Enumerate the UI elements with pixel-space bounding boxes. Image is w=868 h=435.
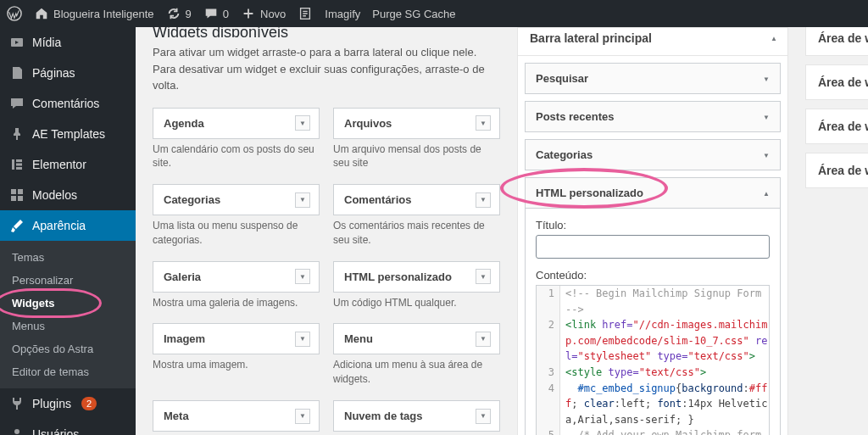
available-widget-desc: Mostra uma imagem. xyxy=(153,358,320,372)
sidebar-item-ae-templates[interactable]: AE Templates xyxy=(0,119,136,149)
widget-collapsed-header[interactable]: Pesquisar xyxy=(525,63,781,94)
available-widgets-title: Widgets disponíveis xyxy=(153,27,500,37)
available-widget[interactable]: Agenda xyxy=(153,108,320,139)
footer-areas-column: Área de widgets do rodaÁrea de widgets d… xyxy=(805,27,868,418)
wp-logo[interactable] xyxy=(7,6,22,21)
comments-link[interactable]: 0 xyxy=(203,6,229,21)
available-widget[interactable]: Nuvem de tags xyxy=(333,400,500,432)
elementor-icon xyxy=(8,156,25,173)
updates-link[interactable]: 9 xyxy=(166,6,192,21)
sidebar-item-users[interactable]: Usuários xyxy=(0,419,136,435)
imagify-link[interactable]: Imagify xyxy=(325,8,360,20)
form-icon xyxy=(298,6,313,21)
svg-rect-4 xyxy=(16,159,22,162)
available-widgets-column: Widgets disponíveis Para ativar um widge… xyxy=(153,27,500,418)
purge-cache-link[interactable]: Purge SG Cache xyxy=(372,8,455,20)
new-link[interactable]: Novo xyxy=(241,6,286,21)
sidebar-item-appearance[interactable]: Aparência xyxy=(0,210,136,241)
line-number: 2 xyxy=(537,317,560,365)
available-widget[interactable]: Arquivos xyxy=(333,108,500,139)
code-line-text: <!-- Begin Mailchimp Signup Form --> xyxy=(560,286,769,317)
available-widget[interactable]: Meta xyxy=(153,400,320,432)
sidebar-item-media[interactable]: Mídia xyxy=(0,27,136,58)
available-widget-header[interactable]: Agenda xyxy=(153,108,320,139)
available-widgets-desc: Para ativar um widget arraste-o para a b… xyxy=(153,44,500,94)
sidebar-item-plugins[interactable]: Plugins2 xyxy=(0,388,136,419)
svg-rect-6 xyxy=(16,167,22,170)
available-widget-header[interactable]: Nuvem de tags xyxy=(333,400,500,432)
available-widget[interactable]: Menu xyxy=(333,323,500,354)
svg-point-11 xyxy=(14,429,19,434)
svg-rect-3 xyxy=(12,159,14,170)
available-widget[interactable]: Categorias xyxy=(153,184,320,215)
widget-collapsed-header[interactable]: Categorias xyxy=(525,139,781,170)
available-widget-header[interactable]: Menu xyxy=(333,323,500,354)
available-widget-header[interactable]: Galeria xyxy=(153,261,320,293)
widget-title-label: Título: xyxy=(536,219,770,231)
line-number: 4 xyxy=(537,381,560,428)
submenu-customize[interactable]: Personalizar xyxy=(0,269,136,292)
available-widget-desc: Os comentários mais recentes de seu site… xyxy=(333,219,500,248)
pin-icon xyxy=(8,125,25,142)
widget-html-custom-header[interactable]: HTML personalizado xyxy=(525,177,781,209)
primary-sidebar-column: Barra lateral principal PesquisarPosts r… xyxy=(517,27,788,418)
line-number: 3 xyxy=(537,365,560,381)
comment-icon xyxy=(8,95,25,112)
wordpress-icon xyxy=(7,6,22,21)
templates-icon xyxy=(8,187,25,204)
page-icon xyxy=(8,64,25,81)
code-line-text: <link href="//cdn-images.mailchimp.com/e… xyxy=(560,317,769,365)
available-widget-desc: Um código HTML qualquer. xyxy=(333,296,500,310)
available-widget-desc: Mostra uma galeria de imagens. xyxy=(153,296,320,310)
sidebar-item-templates[interactable]: Modelos xyxy=(0,180,136,210)
admin-toolbar: Blogueira Inteligente 9 0 Novo Imagify P… xyxy=(0,0,868,27)
submenu-menus[interactable]: Menus xyxy=(0,315,136,337)
footer-area-header[interactable]: Área de widgets do roda xyxy=(806,65,868,99)
svg-rect-9 xyxy=(11,196,16,201)
available-widget-header[interactable]: Arquivos xyxy=(333,108,500,139)
available-widget-desc: Adiciona um menu à sua área de widgets. xyxy=(333,358,500,387)
submenu-theme-editor[interactable]: Editor de temas xyxy=(0,360,136,383)
available-widget-header[interactable]: Imagem xyxy=(153,323,320,354)
available-widget[interactable]: Galeria xyxy=(153,261,320,293)
widget-collapsed-header[interactable]: Posts recentes xyxy=(525,101,781,132)
main-content: Widgets disponíveis Para ativar um widge… xyxy=(136,27,868,435)
brush-icon xyxy=(8,217,25,234)
svg-rect-5 xyxy=(16,164,22,166)
widget-html-custom: HTML personalizado Título: Conteúdo: 1<!… xyxy=(525,177,781,435)
footer-area-header[interactable]: Área de widgets do roda xyxy=(806,27,868,55)
sidebar-item-elementor[interactable]: Elementor xyxy=(0,149,136,180)
available-widget[interactable]: Comentários xyxy=(333,184,500,215)
code-line-text: /* Add your own Mailchimp form style ove… xyxy=(560,427,769,435)
sidebar-submenu: Temas Personalizar Widgets Menus Opções … xyxy=(0,241,136,388)
submenu-themes[interactable]: Temas xyxy=(0,246,136,269)
widget-html-custom-body: Título: Conteúdo: 1<!-- Begin Mailchimp … xyxy=(525,209,781,435)
available-widget-header[interactable]: Categorias xyxy=(153,184,320,215)
code-line-text: <style type="text/css"> xyxy=(560,365,769,381)
svg-rect-10 xyxy=(18,196,23,201)
primary-sidebar-header[interactable]: Barra lateral principal xyxy=(518,27,787,56)
line-number: 5 xyxy=(537,427,560,435)
html-code-editor[interactable]: 1<!-- Begin Mailchimp Signup Form -->2<l… xyxy=(536,285,770,435)
site-name: Blogueira Inteligente xyxy=(53,8,154,20)
sidebar-item-comments[interactable]: Comentários xyxy=(0,88,136,119)
available-widgets-grid: AgendaUm calendário com os posts do seu … xyxy=(153,108,500,436)
available-widget-header[interactable]: Meta xyxy=(153,400,320,432)
available-widget-header[interactable]: Comentários xyxy=(333,184,500,215)
submenu-widgets[interactable]: Widgets xyxy=(0,292,136,315)
widget-title-input[interactable] xyxy=(536,235,770,259)
footer-area-header[interactable]: Área de widgets do roda xyxy=(806,153,868,187)
available-widget[interactable]: HTML personalizado xyxy=(333,261,500,293)
admin-sidebar: Mídia Páginas Comentários AE Templates E… xyxy=(0,27,136,435)
wpforms-link[interactable] xyxy=(298,6,313,21)
available-widget[interactable]: Imagem xyxy=(153,323,320,354)
submenu-astra-options[interactable]: Opções do Astra xyxy=(0,337,136,360)
sidebar-item-pages[interactable]: Páginas xyxy=(0,58,136,88)
footer-area-header[interactable]: Área de widgets do roda xyxy=(806,109,868,143)
site-name-link[interactable]: Blogueira Inteligente xyxy=(34,6,154,21)
available-widget-desc: Uma lista ou menu suspenso de categorias… xyxy=(153,219,320,248)
available-widget-desc: Um calendário com os posts do seu site. xyxy=(153,142,320,171)
available-widget-header[interactable]: HTML personalizado xyxy=(333,261,500,293)
code-line-text: #mc_embed_signup{background:#fff; clear:… xyxy=(560,381,769,428)
media-icon xyxy=(8,34,25,51)
